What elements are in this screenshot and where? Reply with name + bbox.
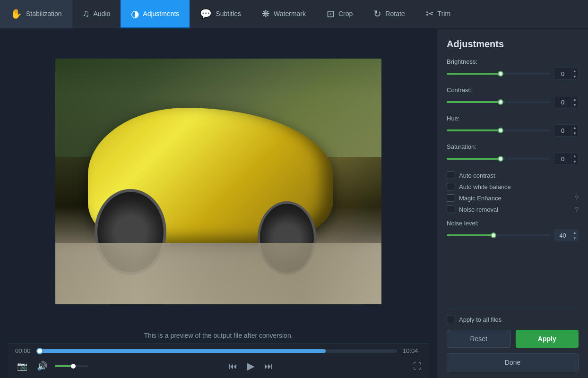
brightness-fill <box>447 73 501 75</box>
noise-level-label: Noise level: <box>447 220 579 227</box>
contrast-arrows: ▲ ▼ <box>571 96 578 108</box>
watermark-icon: ❋ <box>262 8 270 19</box>
fullscreen-button[interactable]: ⛶ <box>413 361 422 371</box>
brightness-label: Brightness: <box>447 58 579 65</box>
noise-handle[interactable] <box>491 232 496 238</box>
volume-slider[interactable] <box>55 365 88 367</box>
nav-trim[interactable]: ✂ Trim <box>415 0 461 28</box>
controls-row: 📷 🔊 ⏮ ▶ ⏭ ⛶ <box>15 358 422 374</box>
contrast-up[interactable]: ▲ <box>571 96 578 102</box>
noise-arrows: ▲ ▼ <box>571 230 578 241</box>
hue-number: 0 <box>554 127 571 134</box>
video-preview <box>8 37 429 326</box>
hue-row: Hue: 0 ▲ ▼ <box>447 115 579 137</box>
saturation-up[interactable]: ▲ <box>571 153 578 159</box>
nav-crop-label: Crop <box>338 10 353 17</box>
contrast-handle[interactable] <box>498 99 503 105</box>
current-time: 00:00 <box>15 347 34 354</box>
car-scene <box>55 59 381 304</box>
magic-enhance-label: Magic Enhance <box>459 195 502 202</box>
right-panel: Adjustments Brightness: 0 ▲ ▼ Con <box>437 29 588 378</box>
noise-removal-row: Noise removal ? <box>447 206 579 213</box>
nav-audio[interactable]: ♫ Audio <box>72 0 121 28</box>
noise-level-control: 40 ▲ ▼ <box>447 229 579 241</box>
brightness-control: 0 ▲ ▼ <box>447 68 579 80</box>
saturation-slider[interactable] <box>447 158 550 160</box>
saturation-control: 0 ▲ ▼ <box>447 153 579 165</box>
hue-down[interactable]: ▼ <box>571 130 578 136</box>
crop-icon: ⊡ <box>327 8 335 19</box>
auto-white-balance-row: Auto white balance <box>447 183 579 190</box>
brightness-arrows: ▲ ▼ <box>571 68 578 79</box>
trim-icon: ✂ <box>426 8 434 19</box>
contrast-slider[interactable] <box>447 101 550 103</box>
nav-watermark[interactable]: ❋ Watermark <box>251 0 316 28</box>
contrast-row: Contrast: 0 ▲ ▼ <box>447 86 579 108</box>
end-time: 10:04 <box>403 347 422 354</box>
screenshot-button[interactable]: 📷 <box>15 359 29 373</box>
progress-bar[interactable] <box>40 349 397 353</box>
nav-adjustments[interactable]: ◑ Adjustments <box>121 0 190 28</box>
hue-fill <box>447 129 501 131</box>
progress-handle[interactable] <box>36 348 43 354</box>
hue-up[interactable]: ▲ <box>571 125 578 130</box>
hue-slider[interactable] <box>447 129 550 131</box>
auto-white-balance-checkbox[interactable] <box>447 183 454 190</box>
auto-white-balance-label: Auto white balance <box>459 183 511 190</box>
noise-level-row: Noise level: 40 ▲ ▼ <box>447 220 579 241</box>
progress-fill <box>40 349 326 353</box>
play-button[interactable]: ▶ <box>245 358 257 374</box>
main-area: This is a preview of the output file aft… <box>0 29 588 378</box>
volume-handle[interactable] <box>71 364 76 369</box>
nav-subtitles[interactable]: 💬 Subtitles <box>190 0 251 28</box>
brightness-slider[interactable] <box>447 73 550 75</box>
apply-button[interactable]: Apply <box>516 330 579 348</box>
stabilization-icon: ✋ <box>10 8 22 19</box>
skip-back-button[interactable]: ⏮ <box>227 360 239 373</box>
brightness-down[interactable]: ▼ <box>571 74 578 79</box>
magic-enhance-help-icon[interactable]: ? <box>575 194 579 202</box>
contrast-control: 0 ▲ ▼ <box>447 96 579 108</box>
hue-handle[interactable] <box>498 128 503 133</box>
contrast-fill <box>447 101 501 103</box>
nav-trim-label: Trim <box>438 10 450 17</box>
apply-all-checkbox[interactable] <box>447 316 454 323</box>
done-button[interactable]: Done <box>447 353 579 371</box>
apply-all-row: Apply to all files <box>447 316 579 323</box>
contrast-number: 0 <box>554 99 571 106</box>
reset-button[interactable]: Reset <box>447 330 511 348</box>
hue-value-box: 0 ▲ ▼ <box>554 124 579 137</box>
auto-contrast-label: Auto contrast <box>459 172 495 179</box>
noise-down[interactable]: ▼ <box>571 235 578 241</box>
nav-rotate[interactable]: ↻ Rotate <box>363 0 415 28</box>
noise-slider[interactable] <box>447 234 550 236</box>
contrast-down[interactable]: ▼ <box>571 102 578 108</box>
time-row: 00:00 10:04 <box>15 347 422 354</box>
noise-removal-checkbox[interactable] <box>447 206 454 213</box>
hue-label: Hue: <box>447 115 579 122</box>
noise-removal-help-icon[interactable]: ? <box>575 206 579 213</box>
timeline: 00:00 10:04 📷 🔊 ⏮ ▶ ⏭ ⛶ <box>8 343 429 378</box>
auto-contrast-checkbox[interactable] <box>447 172 454 179</box>
skip-forward-button[interactable]: ⏭ <box>262 360 275 373</box>
nav-crop[interactable]: ⊡ Crop <box>316 0 363 28</box>
action-buttons: Reset Apply <box>447 330 579 348</box>
magic-enhance-checkbox[interactable] <box>447 194 454 202</box>
volume-button[interactable]: 🔊 <box>35 359 49 373</box>
rotate-icon: ↻ <box>373 8 381 19</box>
saturation-number: 0 <box>554 155 571 163</box>
video-frame <box>55 59 381 304</box>
brightness-up[interactable]: ▲ <box>571 68 578 74</box>
saturation-handle[interactable] <box>498 156 503 162</box>
noise-up[interactable]: ▲ <box>571 230 578 235</box>
subtitles-icon: 💬 <box>200 8 212 19</box>
brightness-number: 0 <box>554 70 571 77</box>
nav-subtitles-label: Subtitles <box>216 10 241 17</box>
apply-all-label: Apply to all files <box>459 316 502 323</box>
noise-number: 40 <box>554 232 571 239</box>
nav-adjustments-label: Adjustments <box>143 10 179 17</box>
saturation-down[interactable]: ▼ <box>571 159 578 164</box>
nav-stabilization[interactable]: ✋ Stabilization <box>0 0 72 28</box>
brightness-handle[interactable] <box>498 71 503 77</box>
brightness-value-box: 0 ▲ ▼ <box>554 68 579 80</box>
